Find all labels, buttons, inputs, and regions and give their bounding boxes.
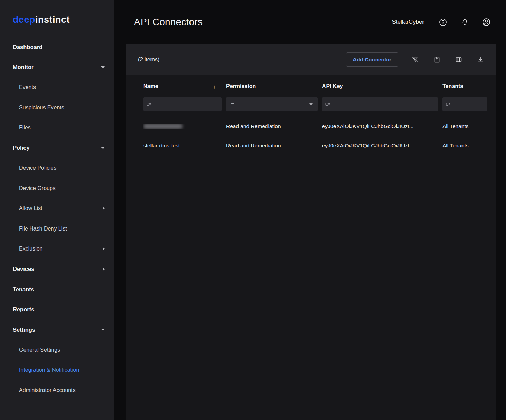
sidebar-item-administrator-accounts[interactable]: Administrator Accounts — [0, 380, 114, 401]
sidebar: deepinstinct Dashboard Monitor Events Su… — [0, 0, 114, 420]
filter-row: = — [126, 97, 496, 117]
column-label: API Key — [322, 83, 343, 89]
chevron-right-icon — [103, 207, 105, 210]
top-header: API Connectors StellarCyber — [114, 0, 506, 44]
sidebar-item-device-groups[interactable]: Device Groups — [0, 178, 114, 199]
sidebar-item-label: File Hash Deny List — [19, 226, 67, 232]
sidebar-item-dashboard[interactable]: Dashboard — [0, 37, 114, 57]
sidebar-item-general-settings[interactable]: General Settings — [0, 340, 114, 360]
sidebar-item-file-hash-deny-list[interactable]: File Hash Deny List — [0, 219, 114, 239]
sidebar-item-label: Administrator Accounts — [19, 387, 76, 393]
sidebar-item-label: Reports — [13, 306, 34, 313]
sidebar-item-settings[interactable]: Settings — [0, 320, 114, 340]
sidebar-item-label: Allow List — [19, 205, 42, 212]
column-label: Permission — [226, 83, 256, 89]
header-actions: StellarCyber — [392, 18, 491, 27]
sidebar-item-label: Dashboard — [13, 44, 42, 50]
permission-filter-select[interactable]: = — [226, 97, 318, 111]
account-name: StellarCyber — [392, 19, 424, 26]
cell-api-key: eyJ0eXAiOiJKV1QiLCJhbGciOiJIUzI... — [322, 123, 442, 129]
sidebar-item-integration-notification[interactable]: Integration & Notification — [0, 360, 114, 380]
help-icon[interactable] — [438, 18, 447, 27]
sidebar-item-monitor[interactable]: Monitor — [0, 57, 114, 78]
sidebar-nav: Dashboard Monitor Events Suspicious Even… — [0, 37, 114, 400]
sidebar-item-events[interactable]: Events — [0, 77, 114, 98]
sidebar-item-label: Tenants — [13, 286, 34, 293]
sidebar-item-label: Devices — [13, 266, 34, 272]
cell-tenants: All Tenants — [442, 123, 492, 129]
chevron-down-icon — [101, 147, 105, 149]
tenants-filter-input[interactable] — [442, 97, 487, 111]
sidebar-item-label: Exclusion — [19, 246, 42, 252]
tenants-filter-cell — [442, 97, 492, 111]
sidebar-item-exclusion[interactable]: Exclusion — [0, 239, 114, 259]
sidebar-item-label: Device Policies — [19, 165, 56, 171]
cell-name — [143, 124, 226, 129]
api-key-filter-cell — [322, 97, 442, 111]
table-row[interactable]: Read and Remediation eyJ0eXAiOiJKV1QiLCJ… — [126, 117, 496, 136]
equals-operator: = — [231, 101, 234, 107]
chevron-down-icon — [101, 66, 105, 68]
download-icon[interactable] — [477, 56, 484, 64]
save-layout-icon[interactable] — [433, 56, 441, 64]
cell-permission: Read and Remediation — [226, 143, 322, 149]
app-window: deepinstinct Dashboard Monitor Events Su… — [0, 0, 506, 420]
main-area: API Connectors StellarCyber — [114, 0, 506, 420]
sidebar-item-label: Policy — [13, 145, 30, 151]
column-header-tenants[interactable]: Tenants — [442, 83, 492, 89]
deepinstinct-logo: deepinstinct — [0, 0, 114, 25]
table-row[interactable]: stellar-dms-test Read and Remediation ey… — [126, 136, 496, 155]
cell-permission: Read and Remediation — [226, 123, 322, 129]
page-title: API Connectors — [134, 17, 203, 28]
sidebar-item-label: Files — [19, 125, 31, 131]
grid-toolbar-actions: Add Connector — [346, 52, 484, 67]
chevron-right-icon — [103, 267, 105, 271]
chevron-down-icon — [309, 103, 313, 105]
cell-api-key: eyJ0eXAiOiJKV1QiLCJhbGciOiJIUzI... — [322, 143, 442, 149]
sidebar-item-label: Integration & Notification — [19, 367, 79, 373]
name-filter-cell — [143, 97, 226, 111]
grid-toolbar: (2 items) Add Connector — [126, 44, 496, 75]
columns-icon[interactable] — [455, 56, 463, 64]
sidebar-item-label: Suspicious Events — [19, 105, 64, 111]
sidebar-item-files[interactable]: Files — [0, 118, 114, 138]
sidebar-item-suspicious-events[interactable]: Suspicious Events — [0, 98, 114, 118]
permission-filter-cell: = — [226, 97, 322, 111]
sidebar-item-label: Events — [19, 84, 36, 90]
cell-name: stellar-dms-test — [143, 143, 226, 149]
column-label: Tenants — [442, 83, 463, 89]
name-filter-input[interactable] — [143, 97, 222, 111]
sidebar-item-policy[interactable]: Policy — [0, 138, 114, 158]
bell-icon[interactable] — [460, 18, 469, 27]
items-count: (2 items) — [138, 57, 159, 63]
sidebar-item-device-policies[interactable]: Device Policies — [0, 158, 114, 178]
logo-deep: deep — [13, 14, 35, 25]
sidebar-item-tenants[interactable]: Tenants — [0, 279, 114, 300]
sidebar-item-label: General Settings — [19, 347, 60, 353]
column-header-permission[interactable]: Permission — [226, 83, 322, 89]
logo-instinct: instinct — [35, 14, 70, 25]
table-header-row: Name ↑ Permission API Key Tenants — [126, 75, 496, 97]
sidebar-item-devices[interactable]: Devices — [0, 259, 114, 280]
chevron-right-icon — [103, 247, 105, 251]
sort-ascending-icon[interactable]: ↑ — [213, 84, 216, 89]
sidebar-item-label: Monitor — [13, 64, 33, 70]
api-key-filter-input[interactable] — [322, 97, 438, 111]
sidebar-item-label: Device Groups — [19, 185, 56, 192]
sidebar-item-reports[interactable]: Reports — [0, 300, 114, 320]
account-icon[interactable] — [482, 18, 491, 27]
column-header-name[interactable]: Name ↑ — [143, 83, 226, 89]
connectors-panel: (2 items) Add Connector — [126, 44, 496, 420]
sidebar-item-label: Settings — [13, 326, 35, 333]
add-connector-button[interactable]: Add Connector — [346, 52, 398, 67]
clear-filters-icon[interactable] — [411, 56, 419, 64]
column-header-api-key[interactable]: API Key — [322, 83, 442, 89]
sidebar-item-allow-list[interactable]: Allow List — [0, 198, 114, 219]
redacted-name — [143, 124, 183, 129]
cell-tenants: All Tenants — [442, 143, 492, 149]
chevron-down-icon — [101, 329, 105, 331]
column-label: Name — [143, 83, 158, 89]
